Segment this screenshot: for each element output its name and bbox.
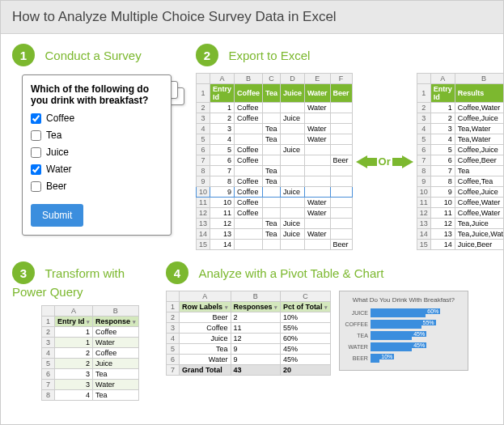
survey-option-label: Tea <box>46 130 61 141</box>
survey-option-label: Water <box>46 164 72 175</box>
survey-option: Beer <box>31 181 163 192</box>
survey-option: Coffee <box>31 113 163 124</box>
survey-checkbox[interactable] <box>31 164 41 175</box>
survey-checkbox[interactable] <box>31 113 41 124</box>
survey-question: Which of the following do you drink with… <box>31 83 163 106</box>
or-label: Or <box>379 155 391 168</box>
survey-option-label: Beer <box>46 181 66 192</box>
survey-checkbox[interactable] <box>31 147 41 158</box>
step-4-title: Analyze with a Pivot Table & Chart <box>198 266 383 280</box>
step-2-badge: 2 <box>196 44 218 66</box>
chart-bar-row: BEER10% <box>345 354 463 363</box>
step-2-title: Export to Excel <box>228 49 310 62</box>
step-1-badge: 1 <box>12 44 35 66</box>
step-1-header: 1 Conduct a Survey <box>12 44 180 66</box>
step-4-badge: 4 <box>166 261 188 284</box>
step-1-title: Conduct a Survey <box>44 49 141 62</box>
survey-checkbox[interactable] <box>31 130 41 141</box>
survey-option: Water <box>31 164 163 175</box>
survey-card: Which of the following do you drink with… <box>22 74 172 236</box>
spreadsheet-long: AB1Entry IdResults21Coffee,Water32Coffee… <box>417 73 504 250</box>
step-3-badge: 3 <box>12 261 35 284</box>
step-3-header: 3 Transform with Power Query <box>12 261 150 299</box>
pivot-table: ABC1Row Labels ▾Responses ▾Pct of Total … <box>166 291 331 376</box>
chart-bar-row: COFFEE55% <box>345 320 463 329</box>
submit-button[interactable]: Submit <box>31 204 83 227</box>
chart-bar-row: WATER45% <box>345 342 463 351</box>
spreadsheet-powerquery: AB1Entry Id ▾Response ▾21Coffee31Water42… <box>41 305 150 401</box>
survey-option-label: Coffee <box>46 113 74 124</box>
survey-stack: Which of the following do you drink with… <box>22 74 180 244</box>
arrow-left-icon <box>356 155 367 168</box>
step-2-header: 2 Export to Excel <box>196 44 504 66</box>
arrow-right-icon <box>402 155 413 168</box>
survey-checkbox[interactable] <box>31 181 41 192</box>
chart-title: What Do You Drink With Breakfast? <box>345 296 463 304</box>
step-4-header: 4 Analyze with a Pivot Table & Chart <box>166 261 492 284</box>
survey-option-label: Juice <box>46 147 69 158</box>
survey-option: Tea <box>31 130 163 141</box>
chart-bar-row: JUICE60% <box>345 308 463 317</box>
survey-option: Juice <box>31 147 163 158</box>
or-divider: Or <box>356 155 413 168</box>
bar-chart: What Do You Drink With Breakfast? JUICE6… <box>339 291 468 371</box>
page-title: How to Analyze Multiple Choice Survey Da… <box>1 1 503 34</box>
chart-bar-row: TEA45% <box>345 331 463 340</box>
spreadsheet-wide: ABCDEF1Entry IdCoffeeTeaJuiceWaterBeer21… <box>196 73 353 250</box>
